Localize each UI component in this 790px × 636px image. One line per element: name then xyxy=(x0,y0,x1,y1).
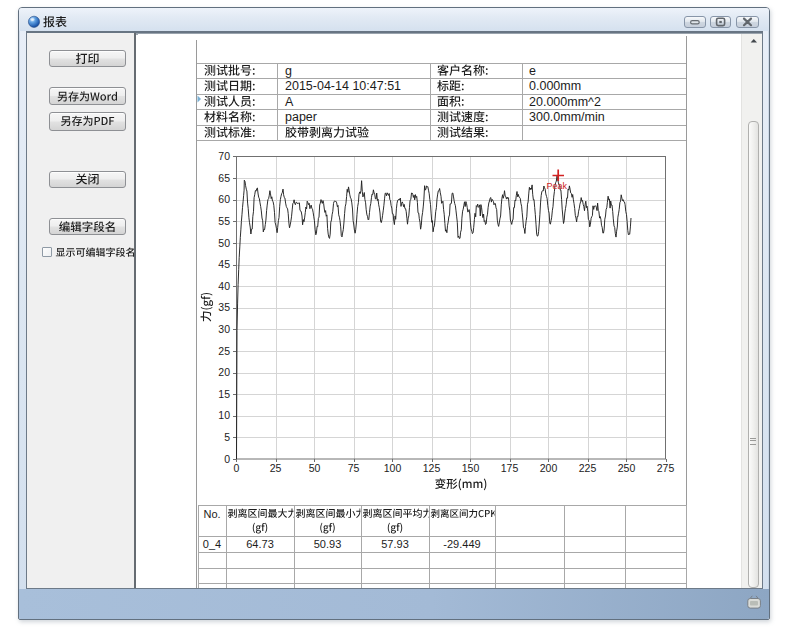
svg-text:65: 65 xyxy=(218,172,230,184)
svg-text:45: 45 xyxy=(218,258,230,270)
svg-text:0_4: 0_4 xyxy=(203,538,221,550)
svg-text:20.000mm^2: 20.000mm^2 xyxy=(529,95,601,109)
svg-text:25: 25 xyxy=(218,345,230,357)
svg-text:60: 60 xyxy=(218,193,230,205)
svg-text:250: 250 xyxy=(618,462,636,474)
svg-text:2015-04-14 10:47:51: 2015-04-14 10:47:51 xyxy=(285,79,401,93)
svg-text:125: 125 xyxy=(423,462,441,474)
svg-text:275: 275 xyxy=(657,462,675,474)
svg-text:No.: No. xyxy=(203,508,220,520)
svg-text:75: 75 xyxy=(348,462,360,474)
svg-text:300.0mm/min: 300.0mm/min xyxy=(529,110,605,124)
svg-text:64.73: 64.73 xyxy=(246,538,274,550)
svg-text:0: 0 xyxy=(224,453,230,465)
svg-text:40: 40 xyxy=(218,280,230,292)
svg-text:5: 5 xyxy=(224,431,230,443)
svg-text:15: 15 xyxy=(218,388,230,400)
svg-text:175: 175 xyxy=(501,462,519,474)
svg-text:55: 55 xyxy=(218,215,230,227)
svg-text:10: 10 xyxy=(218,409,230,421)
svg-text:g: g xyxy=(285,64,292,78)
svg-text:70: 70 xyxy=(218,150,230,162)
svg-text:50.93: 50.93 xyxy=(314,538,342,550)
svg-text:50: 50 xyxy=(309,462,321,474)
svg-text:A: A xyxy=(285,95,294,109)
svg-text:Peak: Peak xyxy=(547,181,568,191)
svg-text:-29.449: -29.449 xyxy=(443,538,480,550)
svg-text:30: 30 xyxy=(218,323,230,335)
svg-text:e: e xyxy=(529,64,536,78)
svg-text:225: 225 xyxy=(579,462,597,474)
svg-text:0: 0 xyxy=(234,462,240,474)
svg-text:25: 25 xyxy=(270,462,282,474)
svg-text:200: 200 xyxy=(540,462,558,474)
svg-text:150: 150 xyxy=(462,462,480,474)
svg-text:paper: paper xyxy=(285,110,317,124)
svg-text:35: 35 xyxy=(218,301,230,313)
svg-text:100: 100 xyxy=(384,462,402,474)
svg-text:0.000mm: 0.000mm xyxy=(529,79,581,93)
svg-text:50: 50 xyxy=(218,237,230,249)
svg-text:20: 20 xyxy=(218,366,230,378)
svg-text:57.93: 57.93 xyxy=(381,538,409,550)
